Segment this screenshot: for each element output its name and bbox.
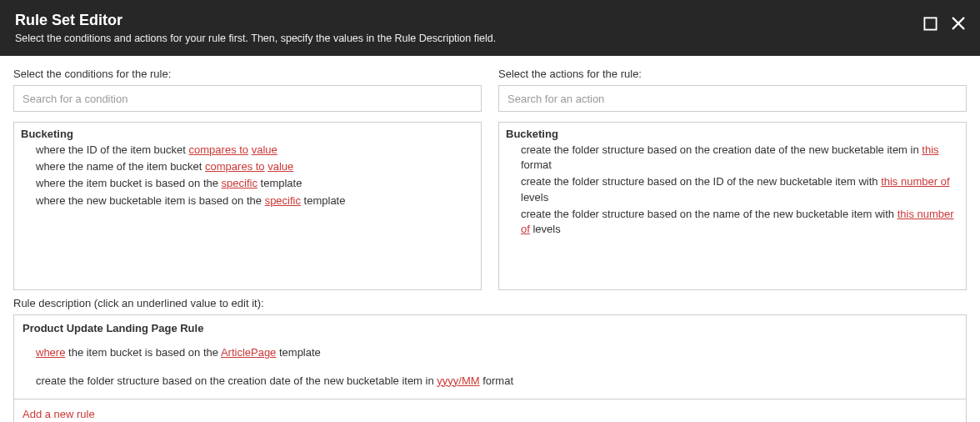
rule-description-line[interactable]: where the item bucket is based on the Ar…: [22, 344, 958, 361]
conditions-group-title: Bucketing: [21, 128, 474, 140]
conditions-listbox[interactable]: Bucketing where the ID of the item bucke…: [13, 122, 482, 290]
rule-value-link[interactable]: compares to: [189, 143, 249, 156]
rule-value-link[interactable]: where: [36, 346, 65, 359]
condition-item[interactable]: where the ID of the item bucket compares…: [21, 142, 474, 158]
description-section: Rule description (click an underlined va…: [0, 290, 980, 422]
rule-block: Product Update Landing Page Rule where t…: [14, 315, 966, 399]
condition-item[interactable]: where the item bucket is based on the sp…: [21, 175, 474, 192]
svg-rect-0: [924, 18, 936, 29]
dialog-title: Rule Set Editor: [15, 12, 965, 29]
main-columns: Select the conditions for the rule: Buck…: [0, 56, 980, 290]
actions-search-input[interactable]: [498, 85, 967, 112]
rule-value-link[interactable]: specific: [222, 177, 258, 189]
actions-group-title: Bucketing: [506, 128, 959, 140]
rule-value-link[interactable]: ArticlePage: [221, 346, 276, 359]
rule-value-link[interactable]: this number of: [881, 175, 949, 188]
rule-value-link[interactable]: value: [252, 143, 278, 156]
rule-value-link[interactable]: value: [268, 160, 293, 173]
condition-item[interactable]: where the new bucketable item is based o…: [21, 193, 474, 209]
description-label: Rule description (click an underlined va…: [13, 297, 967, 309]
close-icon[interactable]: [950, 15, 967, 32]
rule-description-line[interactable]: create the folder structure based on the…: [22, 373, 958, 389]
condition-item[interactable]: where the name of the item bucket compar…: [21, 158, 474, 175]
rule-value-link[interactable]: specific: [265, 194, 301, 207]
add-rule-link[interactable]: Add a new rule: [14, 399, 966, 422]
rule-name[interactable]: Product Update Landing Page Rule: [22, 322, 958, 334]
rule-value-link[interactable]: compares to: [205, 160, 265, 173]
actions-listbox[interactable]: Bucketing create the folder structure ba…: [498, 122, 967, 290]
dialog-subtitle: Select the conditions and actions for yo…: [15, 33, 965, 44]
action-item[interactable]: create the folder structure based on the…: [506, 142, 959, 173]
header-actions: [922, 15, 967, 32]
rule-value-link[interactable]: yyyy/MM: [437, 374, 479, 387]
description-box: Product Update Landing Page Rule where t…: [13, 314, 967, 422]
conditions-column: Select the conditions for the rule: Buck…: [13, 68, 482, 290]
action-item[interactable]: create the folder structure based on the…: [506, 173, 959, 205]
conditions-search-input[interactable]: [13, 85, 482, 112]
actions-column: Select the actions for the rule: Bucketi…: [498, 68, 967, 290]
rule-value-link[interactable]: this number of: [521, 208, 954, 235]
action-item[interactable]: create the folder structure based on the…: [506, 206, 959, 238]
conditions-label: Select the conditions for the rule:: [13, 68, 482, 80]
maximize-icon[interactable]: [922, 15, 938, 32]
dialog-header: Rule Set Editor Select the conditions an…: [0, 0, 980, 56]
rule-value-link[interactable]: this: [922, 143, 938, 156]
actions-label: Select the actions for the rule:: [498, 68, 967, 80]
